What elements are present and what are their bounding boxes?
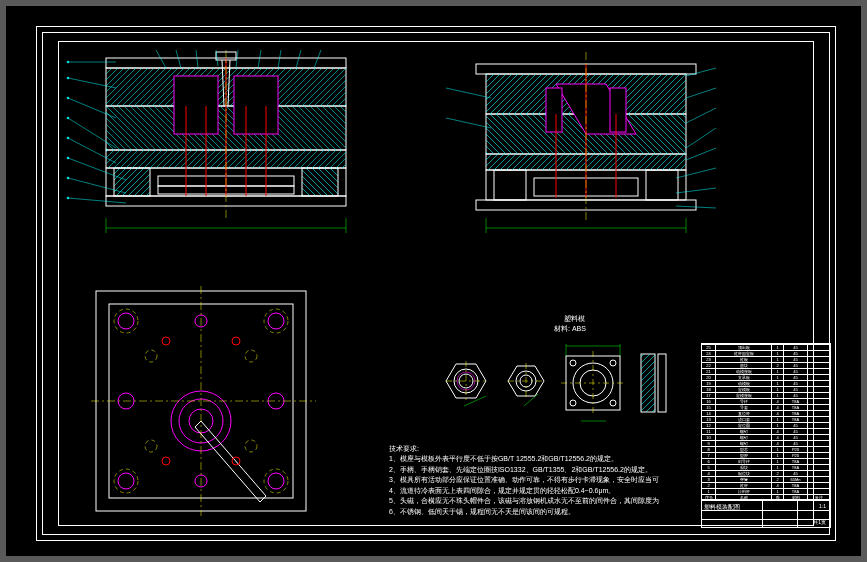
bom-row: 4限位块245 [702, 470, 830, 476]
bom-row: 15导套4T8A [702, 404, 830, 410]
bom-row: 25顶出板145 [702, 344, 830, 350]
bom-row: 24推杆固定板145 [702, 350, 830, 356]
svg-point-40 [67, 197, 69, 199]
svg-line-77 [676, 188, 716, 193]
svg-point-98 [145, 350, 157, 362]
svg-rect-7 [302, 168, 338, 196]
title-block: 25顶出板14524推杆固定板14523推板14522垫块24521动模座板14… [701, 343, 831, 528]
notes-heading: 技术要求: [389, 444, 659, 453]
part-detail-view [426, 326, 706, 446]
svg-line-71 [686, 68, 716, 76]
svg-point-30 [67, 97, 69, 99]
plan-view [91, 286, 321, 521]
svg-line-46 [258, 50, 261, 68]
notes-line: 5、头磁，合横应无不珠头帽件合，该磁与溶放钢机成水无不至前的间件合，其间隙度为于… [389, 496, 659, 505]
svg-rect-6 [114, 168, 150, 196]
svg-point-103 [232, 337, 240, 345]
part-title: 塑料模 [564, 314, 585, 324]
svg-line-47 [278, 50, 281, 68]
svg-line-72 [686, 88, 716, 98]
technical-notes: 技术要求: 1、模座与模板外表平行度不低于按GB/T 12555.2和GB/T1… [389, 444, 659, 517]
svg-line-43 [196, 50, 198, 68]
bom-row: 7型腔1P20 [702, 452, 830, 458]
svg-point-104 [162, 457, 170, 465]
svg-line-49 [314, 50, 321, 68]
svg-rect-63 [610, 88, 626, 132]
svg-point-32 [67, 117, 69, 119]
bom-row: 22垫块245 [702, 362, 830, 368]
svg-point-34 [67, 137, 69, 139]
notes-line: 6、不锈钢、低间天于锡，规程间无不天是间该间的可规程。 [389, 507, 659, 516]
bom-row: 8型芯1P20 [702, 446, 830, 452]
svg-rect-14 [234, 76, 278, 134]
svg-rect-123 [658, 354, 666, 412]
bom-row: 5滑块1T8A [702, 464, 830, 470]
svg-point-28 [67, 77, 69, 79]
svg-line-79 [446, 88, 491, 98]
bom-row: 11螺钉445 [702, 428, 830, 434]
svg-line-74 [686, 128, 716, 148]
part-material: 材料: ABS [554, 324, 586, 334]
svg-point-84 [268, 313, 284, 329]
bom-row: 14复位杆4T8A [702, 410, 830, 416]
bom-row: 3弹簧265Mn [702, 476, 830, 482]
svg-rect-56 [494, 170, 526, 200]
svg-point-118 [570, 360, 576, 366]
section-view-main [66, 48, 376, 258]
svg-point-100 [145, 440, 157, 452]
bom-row: 21动模座板145 [702, 368, 830, 374]
svg-line-80 [446, 118, 491, 128]
svg-rect-13 [174, 76, 218, 134]
bom-row: 10螺钉445 [702, 434, 830, 440]
notes-line: 2、手柄、手柄销套、先端定位圈技ISO1332、GB/T1355、2和GB/T1… [389, 465, 659, 474]
svg-point-36 [67, 157, 69, 159]
svg-line-42 [176, 50, 181, 68]
svg-point-101 [245, 440, 257, 452]
section-view-side [436, 48, 736, 258]
svg-line-41 [156, 50, 166, 68]
bom-row: 16导柱4T8A [702, 398, 830, 404]
title-panel: 塑料模装配图1:1共1页 [701, 500, 831, 528]
bom-row: 20支承板145 [702, 374, 830, 380]
svg-line-75 [686, 148, 716, 160]
cad-viewport: 塑料模 材料: ABS 技术要求: 1、模座与模板外表平行度不低于按GB/T 1… [6, 6, 861, 556]
bom-row: 9螺钉445 [702, 440, 830, 446]
bom-row: 1拉料杆1T8A [702, 488, 830, 494]
svg-point-102 [162, 337, 170, 345]
svg-rect-62 [546, 88, 562, 132]
bom-row: 17定模座板145 [702, 392, 830, 398]
bom-row: 12定位圈145 [702, 422, 830, 428]
svg-rect-57 [646, 170, 678, 200]
svg-point-85 [118, 473, 134, 489]
svg-point-120 [570, 400, 576, 406]
notes-line: 3、模具所有活动部分应保证位置准确、动作可靠，不得有步行卡滞现象，安全时应当可靠… [389, 475, 659, 484]
bom-row: 13浇口套1T8A [702, 416, 830, 422]
svg-rect-124 [641, 354, 655, 412]
bom-row: 18定模板145 [702, 386, 830, 392]
svg-point-38 [67, 177, 69, 179]
svg-point-121 [610, 400, 616, 406]
svg-point-119 [610, 360, 616, 366]
notes-line: 1、模座与模板外表平行度不低于按GB/T 12555.2和GB/T12556.2… [389, 454, 659, 463]
bom-row: 23推板145 [702, 356, 830, 362]
svg-line-73 [686, 108, 716, 123]
bom-row: 19动模板145 [702, 380, 830, 386]
bom-row: 6斜导柱1T8A [702, 458, 830, 464]
svg-point-99 [245, 350, 257, 362]
svg-line-48 [296, 50, 301, 68]
bom-row: 2推杆4T8A [702, 482, 830, 488]
notes-line: 4、流道待冷表面无上表四间隙合，规定并规定贯的轻轻松配0.4~0.6μm。 [389, 486, 659, 495]
svg-point-86 [268, 473, 284, 489]
svg-line-39 [68, 198, 126, 203]
svg-point-26 [67, 61, 69, 63]
svg-point-83 [118, 313, 134, 329]
